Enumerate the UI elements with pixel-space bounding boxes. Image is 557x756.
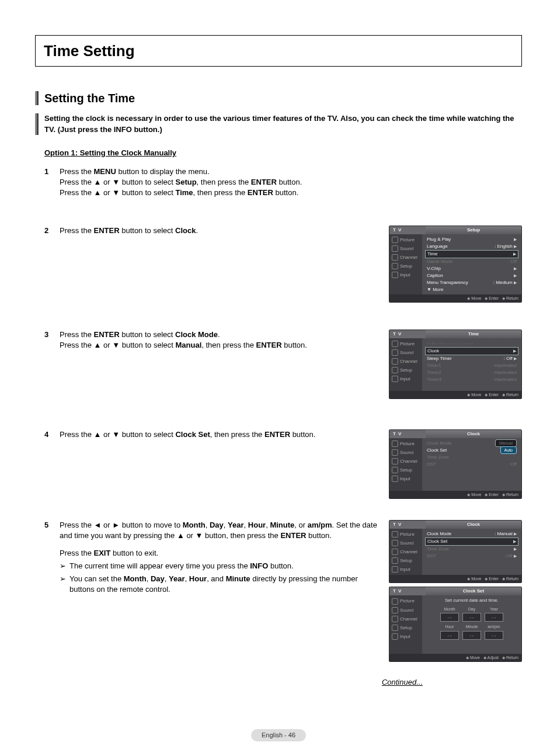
- channel-icon: [392, 616, 398, 622]
- osd-row-language[interactable]: Language: English ▶: [425, 243, 518, 250]
- osd-row-dst[interactable]: DST: Off ▶: [425, 553, 518, 560]
- osd-tab-setup[interactable]: Setup: [389, 556, 422, 565]
- osd-tab-sound[interactable]: Sound: [389, 348, 422, 357]
- osd-row-caption[interactable]: Caption▶: [425, 272, 518, 279]
- key-enter: ENTER: [256, 341, 282, 349]
- text: Press the: [60, 430, 94, 439]
- menu-item-clock: Clock: [175, 226, 196, 235]
- key-enter: ENTER: [280, 531, 306, 540]
- input-minute[interactable]: - -: [462, 631, 481, 640]
- picture-icon: [392, 598, 398, 605]
- text: ,: [185, 574, 189, 583]
- osd-tab-setup[interactable]: Setup: [389, 623, 422, 632]
- note-arrow-icon: ➢: [60, 574, 66, 595]
- osd-row-clock-mode[interactable]: Clock Mode: Manual ▶: [425, 530, 518, 537]
- osd-row-timer3[interactable]: Timer3: Inactivated: [425, 376, 518, 383]
- osd-row-plug-play[interactable]: Plug & Play▶: [425, 236, 518, 243]
- osd-tab-setup[interactable]: Setup: [389, 262, 422, 271]
- osd-tab-setup[interactable]: Setup: [389, 466, 422, 474]
- osd-row-timer2[interactable]: Timer2: Inactivated: [425, 369, 518, 376]
- osd-row-time-zone[interactable]: Time Zone▶: [425, 546, 518, 553]
- text: , then press the: [201, 341, 256, 349]
- osd-row-more[interactable]: ▼ More: [425, 286, 518, 293]
- osd-tab-sound[interactable]: Sound: [389, 606, 422, 615]
- field-year: Year: [169, 574, 184, 583]
- label: Picture: [400, 237, 415, 243]
- picture-icon: [392, 531, 398, 537]
- osd-left-tabs: Picture Sound Channel Setup Input: [389, 529, 422, 575]
- label-hour: Hour: [440, 624, 459, 630]
- step-number: 4: [44, 429, 60, 440]
- osd-tab-channel[interactable]: Channel: [389, 357, 422, 366]
- osd-tab-sound[interactable]: Sound: [389, 448, 422, 457]
- chevron-right-icon: ▶: [514, 280, 517, 285]
- channel-icon: [392, 458, 398, 464]
- key-enter: ENTER: [248, 188, 273, 197]
- input-icon: [392, 633, 398, 640]
- osd-tab-sound[interactable]: Sound: [389, 539, 422, 547]
- menu-item-clock-mode: Clock Mode: [175, 330, 218, 339]
- osd-row-sleep-timer[interactable]: Sleep Timer: Off ▶: [425, 355, 518, 362]
- osd-tab-channel[interactable]: Channel: [389, 615, 422, 623]
- option-auto[interactable]: Auto: [500, 446, 517, 454]
- text: , then press the: [193, 188, 248, 197]
- osd-tab-input[interactable]: Input: [389, 565, 422, 574]
- osd-row-time[interactable]: Time▶: [425, 250, 518, 258]
- field-month: Month: [124, 574, 147, 583]
- osd-row-clock-mode[interactable]: Clock Mode Manual: [425, 440, 518, 447]
- osd-row-clock-set[interactable]: Clock Set Auto: [425, 447, 518, 454]
- input-month[interactable]: - -: [440, 613, 459, 622]
- key-exit: EXIT: [94, 549, 111, 557]
- input-hour[interactable]: - -: [440, 631, 459, 640]
- osd-tab-setup[interactable]: Setup: [389, 366, 422, 374]
- chevron-right-icon: ▶: [514, 237, 517, 242]
- osd-row-time-zone[interactable]: Time Zone: [425, 454, 518, 461]
- text: button to select: [120, 188, 175, 197]
- input-year[interactable]: - -: [485, 613, 503, 622]
- setup-icon: [392, 367, 398, 373]
- osd-tab-picture[interactable]: Picture: [389, 530, 422, 539]
- step-5: 5 Press the ◄ or ► button to move to Mon…: [44, 520, 522, 666]
- osd-tab-channel[interactable]: Channel: [389, 547, 422, 556]
- osd-row-timer1[interactable]: Timer1: Inactivated: [425, 362, 518, 369]
- label-day: Day: [462, 606, 481, 612]
- text: button.: [268, 561, 293, 570]
- osd-title: Clock: [426, 430, 521, 438]
- hint-move: Move: [467, 491, 481, 498]
- label: Channel: [400, 254, 417, 261]
- osd-row-dst[interactable]: DST: Off: [425, 461, 518, 468]
- osd-tab-input[interactable]: Input: [389, 474, 422, 483]
- osd-tab-input[interactable]: Input: [389, 271, 422, 279]
- field-year: Year: [228, 521, 243, 529]
- input-day[interactable]: - -: [462, 613, 481, 622]
- chevron-right-icon: ▶: [514, 273, 517, 279]
- osd-tab-channel[interactable]: Channel: [389, 457, 422, 466]
- osd-tab-picture[interactable]: Picture: [389, 339, 422, 348]
- osd-footer: Move Enter Return: [389, 575, 521, 582]
- osd-tab-picture[interactable]: Picture: [389, 235, 422, 244]
- osd-tab-picture[interactable]: Picture: [389, 597, 422, 605]
- osd-row-vchip[interactable]: V-Chip▶: [425, 265, 518, 272]
- sound-icon: [392, 540, 398, 546]
- input-ampm[interactable]: - -: [485, 631, 503, 640]
- osd-tab-sound[interactable]: Sound: [389, 244, 422, 253]
- picture-icon: [392, 341, 398, 347]
- osd-tab-picture[interactable]: Picture: [389, 439, 422, 448]
- label-year: Year: [485, 606, 503, 612]
- osd-row-menu-transparency[interactable]: Menu Transparency: Medium ▶: [425, 279, 518, 286]
- up-icon: ▲: [94, 341, 102, 349]
- osd-tab-channel[interactable]: Channel: [389, 253, 422, 262]
- step-number: 2: [44, 226, 60, 236]
- osd-tab-input[interactable]: Input: [389, 632, 422, 641]
- osd-row-clock[interactable]: Clock▶: [425, 347, 518, 355]
- text: or: [101, 341, 112, 349]
- chevron-right-icon: ▶: [514, 532, 517, 536]
- osd-row-game-mode[interactable]: Game Mode: Off: [425, 258, 518, 265]
- text: button to select: [120, 430, 175, 439]
- key-menu: MENU: [94, 167, 116, 176]
- clock-set-row-1: - - - - - -: [425, 613, 518, 622]
- osd-row-clock-set[interactable]: Clock Set▶: [425, 537, 518, 546]
- text: Press the: [60, 167, 94, 176]
- osd-tab-input[interactable]: Input: [389, 374, 422, 383]
- text: , then press the: [197, 178, 251, 186]
